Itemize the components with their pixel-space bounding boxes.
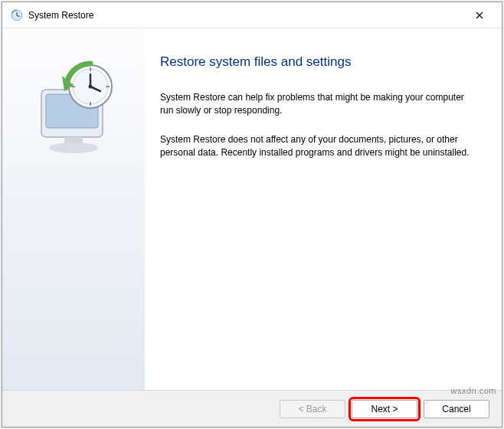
watermark-text: wsxdn.com	[450, 386, 496, 395]
content-area: Restore system files and settings System…	[2, 28, 502, 390]
svg-rect-6	[64, 137, 83, 143]
left-illustration-pane	[2, 28, 145, 390]
next-button[interactable]: Next >	[352, 400, 417, 418]
svg-point-7	[49, 142, 98, 153]
wizard-footer: < Back Next > Cancel	[2, 390, 502, 427]
close-button[interactable]	[462, 4, 497, 27]
system-restore-icon	[10, 8, 24, 22]
intro-paragraph-1: System Restore can help fix problems tha…	[160, 91, 474, 118]
intro-paragraph-2: System Restore does not affect any of yo…	[160, 133, 474, 160]
close-icon	[476, 11, 483, 19]
back-button: < Back	[280, 400, 345, 418]
system-restore-window: System Restore	[2, 2, 502, 427]
window-title: System Restore	[28, 10, 93, 21]
svg-point-12	[89, 85, 93, 89]
cancel-button[interactable]: Cancel	[424, 400, 489, 418]
restore-illustration-icon	[20, 54, 127, 162]
main-content: Restore system files and settings System…	[145, 28, 502, 390]
page-heading: Restore system files and settings	[160, 54, 474, 70]
titlebar: System Restore	[2, 2, 502, 28]
